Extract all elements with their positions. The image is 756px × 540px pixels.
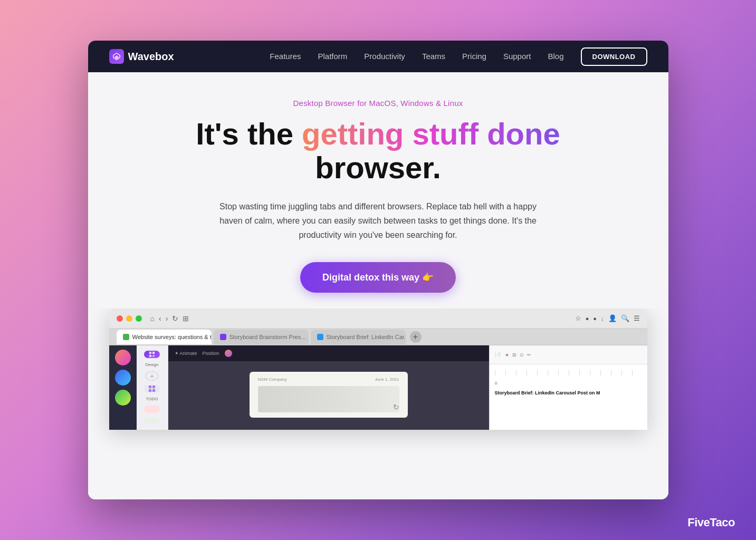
avatar-3[interactable] (115, 390, 131, 406)
nav-links: Features Platform Productivity Teams Pri… (270, 47, 647, 66)
tab-1-icon (123, 334, 129, 340)
mockup-right: 📄 ★ ⊞ ⊙ ✏ ≡ Storyboard Brief: Linked (489, 345, 647, 430)
grid-icon[interactable] (144, 385, 160, 392)
fivetaco-text: FiveTaco (687, 516, 735, 529)
right-panel-title: Storyboard Brief: LinkedIn Carousel Post… (495, 390, 642, 396)
design-label: Design (146, 362, 159, 367)
nav-link-blog[interactable]: Blog (548, 52, 563, 61)
star-icon[interactable]: ☆ (575, 314, 581, 322)
hero-section: Desktop Browser for MacOS, Windows & Lin… (88, 72, 668, 308)
mockup-main: ✦ Animate Position NGM Company June 1, 2… (168, 345, 489, 430)
canvas-date: June 1, 2021 (375, 377, 399, 382)
back-icon[interactable]: ‹ (159, 314, 161, 323)
files-icon[interactable] (144, 406, 160, 413)
canvas-refresh[interactable]: ↻ (393, 403, 403, 412)
tab-2-icon (220, 334, 226, 340)
nav-link-support[interactable]: Support (503, 52, 531, 61)
design-icon[interactable] (144, 351, 160, 358)
menu-icon[interactable]: ☰ (634, 314, 640, 322)
zoom-icon[interactable]: 🔍 (621, 314, 629, 322)
refresh-icon[interactable]: ↻ (172, 314, 178, 323)
tl-green[interactable] (136, 315, 142, 322)
tab-3-label: Storyboard Brief: LinkedIn Car... (327, 334, 406, 340)
todo-label: TODO (146, 397, 158, 401)
hero-title-suffix: browser. (315, 150, 441, 185)
mock-tab-2[interactable]: Storyboard Brainstorm Pres... (214, 330, 309, 344)
right-toolbar-icons: ★ ⊞ ⊙ ✏ (505, 352, 531, 358)
svg-rect-1 (152, 352, 155, 354)
right-list-icon: ≡ (495, 380, 642, 386)
color-circle[interactable] (225, 350, 232, 357)
svg-rect-0 (149, 352, 151, 354)
tab-1-label: Website surveys: questions & t... (132, 334, 212, 340)
plus-icon[interactable]: + (146, 371, 158, 381)
svg-rect-7 (152, 389, 155, 392)
canvas-card-header: NGM Company June 1, 2021 (258, 377, 399, 382)
canvas-content (258, 386, 399, 412)
download-icon: ↓ (601, 315, 604, 322)
doc-icon: 📄 (495, 352, 501, 358)
hero-subtitle: Desktop Browser for MacOS, Windows & Lin… (109, 99, 647, 108)
svg-rect-3 (152, 355, 155, 357)
hero-description: Stop wasting time juggling tabs and diff… (209, 199, 547, 243)
avatar-2[interactable] (115, 370, 131, 385)
svg-rect-5 (152, 385, 155, 388)
mockup-content: Design + TODO ✦ Animate Position (109, 345, 647, 430)
position-btn[interactable]: Position (203, 351, 219, 356)
tab-add-button[interactable]: + (410, 331, 422, 343)
home-icon[interactable]: ⌂ (150, 314, 155, 323)
toolbar-right-icons: ☆ ● ● ↓ 👤 🔍 ☰ (575, 314, 640, 322)
browser-mockup: ⌂ ‹ › ↻ ⊞ ☆ ● ● ↓ 👤 🔍 ☰ (109, 308, 647, 430)
right-ruler (495, 370, 642, 376)
ext-icon: ● (593, 315, 597, 322)
profile-icon[interactable]: 👤 (608, 314, 617, 322)
mockup-toolbar: ⌂ ‹ › ↻ ⊞ ☆ ● ● ↓ 👤 🔍 ☰ (109, 308, 647, 329)
tl-red[interactable] (117, 315, 123, 322)
right-toolbar: 📄 ★ ⊞ ⊙ ✏ (490, 345, 647, 364)
nav-link-pricing[interactable]: Pricing (462, 52, 486, 61)
page-background: Wavebox Features Platform Productivity T… (88, 41, 668, 499)
hero-title-gradient: getting stuff done (302, 117, 560, 151)
r-icon-1[interactable]: ★ (505, 352, 509, 358)
tl-yellow[interactable] (126, 315, 132, 322)
r-icon-4[interactable]: ✏ (527, 352, 531, 358)
canvas-card: NGM Company June 1, 2021 ↻ (250, 372, 408, 418)
nav-logo[interactable]: Wavebox (109, 49, 174, 64)
r-icon-3[interactable]: ⊙ (520, 352, 524, 358)
avatar-1[interactable] (115, 350, 131, 365)
text-icon[interactable] (144, 417, 160, 425)
canvas-company: NGM Company (258, 377, 287, 382)
mock-tab-active[interactable]: Website surveys: questions & t... (117, 330, 212, 344)
logo-icon (109, 49, 124, 64)
download-button[interactable]: DOWNLOAD (581, 47, 647, 66)
mockup-canvas: NGM Company June 1, 2021 ↻ (168, 361, 489, 430)
r-icon-2[interactable]: ⊞ (512, 352, 516, 358)
nav-link-teams[interactable]: Teams (422, 52, 445, 61)
mockup-app-sidebar: Design + TODO (137, 345, 168, 430)
hero-title: It's the getting stuff done browser. (109, 117, 647, 185)
mockup-sidebar (109, 345, 137, 430)
nav-link-features[interactable]: Features (270, 52, 301, 61)
nav-link-productivity[interactable]: Productivity (364, 52, 405, 61)
right-content: ≡ Storyboard Brief: LinkedIn Carousel Po… (490, 364, 647, 401)
svg-rect-6 (149, 389, 151, 392)
traffic-lights (117, 315, 142, 322)
animate-btn[interactable]: ✦ Animate (175, 351, 197, 356)
forward-icon[interactable]: › (166, 314, 168, 323)
svg-rect-4 (149, 385, 151, 388)
fivetaco-badge: FiveTaco (687, 516, 735, 529)
mock-tab-3[interactable]: Storyboard Brief: LinkedIn Car... (311, 330, 406, 344)
cta-button[interactable]: Digital detox this way 👉 (300, 262, 456, 293)
hero-title-prefix: It's the (196, 117, 302, 151)
browser-mockup-wrap: ⌂ ‹ › ↻ ⊞ ☆ ● ● ↓ 👤 🔍 ☰ (88, 308, 668, 499)
tab-bar: Website surveys: questions & t... Storyb… (109, 329, 647, 345)
mockup-nav-icons: ⌂ ‹ › ↻ ⊞ (150, 314, 189, 323)
tabs-icon[interactable]: ⊞ (183, 314, 189, 323)
mockup-inner-toolbar: ✦ Animate Position (168, 345, 489, 361)
tab-2-label: Storyboard Brainstorm Pres... (229, 334, 306, 340)
browser-window: Wavebox Features Platform Productivity T… (88, 41, 668, 499)
navbar: Wavebox Features Platform Productivity T… (88, 41, 668, 72)
shield-icon: ● (586, 315, 589, 322)
svg-rect-2 (149, 355, 151, 357)
nav-link-platform[interactable]: Platform (318, 52, 347, 61)
